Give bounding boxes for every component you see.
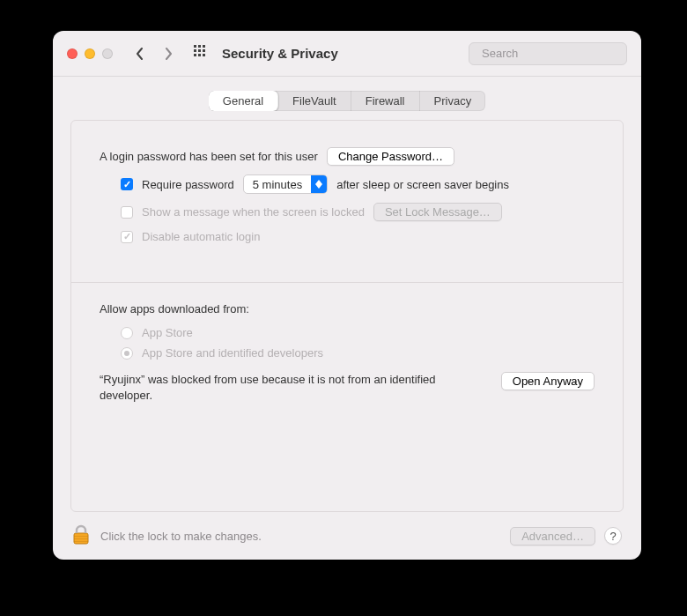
downloads-option-appstore-label: App Store bbox=[142, 326, 193, 339]
grid-icon bbox=[194, 45, 208, 59]
show-message-label: Show a message when the screen is locked bbox=[142, 205, 365, 219]
require-password-label: Require password bbox=[142, 178, 234, 191]
svg-rect-12 bbox=[74, 536, 88, 537]
minimize-icon[interactable] bbox=[85, 48, 95, 59]
svg-rect-2 bbox=[203, 45, 205, 48]
tab-general[interactable]: General bbox=[209, 91, 278, 111]
login-password-row: A login password has been set for this u… bbox=[100, 147, 595, 166]
svg-rect-14 bbox=[74, 541, 88, 542]
svg-rect-7 bbox=[198, 54, 201, 56]
footer: Click the lock to make changes. Advanced… bbox=[53, 512, 641, 560]
advanced-button: Advanced… bbox=[510, 527, 595, 545]
traffic-lights bbox=[67, 48, 113, 59]
close-icon[interactable] bbox=[67, 48, 78, 59]
search-input[interactable] bbox=[482, 47, 630, 60]
svg-rect-0 bbox=[194, 45, 196, 48]
downloads-heading: Allow apps downloaded from: bbox=[100, 302, 249, 315]
lock-icon bbox=[72, 524, 90, 545]
chevron-left-icon bbox=[136, 48, 144, 60]
disable-auto-login-label: Disable automatic login bbox=[142, 230, 260, 243]
help-button[interactable]: ? bbox=[604, 527, 622, 545]
login-password-text: A login password has been set for this u… bbox=[100, 150, 318, 163]
downloads-option-identified-label: App Store and identified developers bbox=[142, 346, 323, 360]
show-message-row: Show a message when the screen is locked… bbox=[121, 203, 595, 221]
downloads-option-appstore-row: App Store bbox=[121, 326, 595, 339]
svg-rect-5 bbox=[203, 49, 205, 52]
set-lock-message-button: Set Lock Message… bbox=[373, 203, 502, 221]
all-prefs-button[interactable] bbox=[194, 45, 208, 62]
zoom-icon bbox=[102, 48, 113, 59]
tab-privacy[interactable]: Privacy bbox=[420, 91, 486, 111]
blocked-app-message: “Ryujinx” was blocked from use because i… bbox=[100, 372, 484, 403]
require-password-delay-value: 5 minutes bbox=[253, 178, 302, 191]
svg-rect-4 bbox=[198, 49, 201, 52]
downloads-option-identified-row: App Store and identified developers bbox=[121, 346, 595, 360]
prefs-window: Security & Privacy General FileVault Fir… bbox=[53, 31, 641, 560]
require-password-after-text: after sleep or screen saver begins bbox=[336, 178, 509, 191]
svg-rect-3 bbox=[194, 49, 196, 52]
lock-note: Click the lock to make changes. bbox=[100, 530, 262, 543]
downloads-heading-row: Allow apps downloaded from: bbox=[100, 302, 595, 315]
disable-auto-login-checkbox bbox=[121, 231, 133, 243]
tab-bar: General FileVault Firewall Privacy bbox=[209, 91, 485, 111]
disable-auto-login-row: Disable automatic login bbox=[121, 230, 595, 243]
svg-rect-8 bbox=[203, 54, 205, 56]
titlebar: Security & Privacy bbox=[53, 31, 641, 77]
page-title: Security & Privacy bbox=[222, 46, 338, 61]
svg-rect-6 bbox=[194, 54, 196, 56]
show-message-checkbox bbox=[121, 206, 133, 219]
select-stepper-icon bbox=[311, 175, 327, 193]
svg-rect-1 bbox=[198, 45, 201, 48]
back-button[interactable] bbox=[130, 44, 150, 63]
require-password-delay-select[interactable]: 5 minutes bbox=[243, 174, 328, 194]
require-password-checkbox[interactable] bbox=[121, 178, 133, 190]
downloads-option-identified-radio bbox=[121, 347, 133, 360]
open-anyway-button[interactable]: Open Anyway bbox=[501, 372, 595, 390]
downloads-option-appstore-radio bbox=[121, 327, 133, 339]
tab-firewall[interactable]: Firewall bbox=[351, 91, 420, 111]
forward-button bbox=[159, 44, 178, 63]
require-password-row: Require password 5 minutes after sleep o… bbox=[121, 174, 595, 194]
lock-button[interactable] bbox=[72, 524, 90, 548]
chevron-right-icon bbox=[164, 48, 173, 60]
general-panel: A login password has been set for this u… bbox=[70, 120, 624, 512]
search-field[interactable] bbox=[469, 42, 627, 65]
blocked-app-row: “Ryujinx” was blocked from use because i… bbox=[100, 372, 595, 403]
tab-filevault[interactable]: FileVault bbox=[278, 91, 351, 111]
panel-divider bbox=[71, 282, 623, 283]
svg-rect-13 bbox=[74, 538, 88, 539]
change-password-button[interactable]: Change Password… bbox=[327, 147, 454, 166]
